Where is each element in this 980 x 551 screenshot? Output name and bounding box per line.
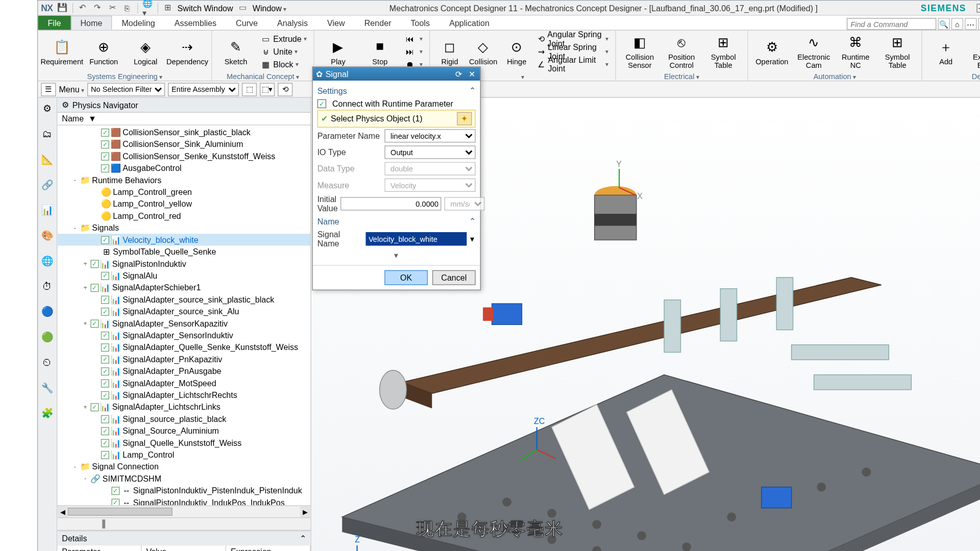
help-icon[interactable]: ⌂ — [951, 18, 963, 30]
tree-node[interactable]: ✓📊SignalAdapter_MotSpeed — [58, 377, 311, 389]
tab-curve[interactable]: Curve — [226, 16, 267, 30]
tree-node[interactable]: 🟡Lamp_Controll_green — [58, 186, 311, 197]
rb-history-icon[interactable]: ⏱ — [40, 279, 55, 293]
rb-last-icon[interactable]: 🧩 — [40, 405, 55, 420]
nav-hscroll[interactable]: ◀ ▶ — [58, 505, 311, 517]
tree-node[interactable]: ✓📊SignalAdapter_PnKapazitiv — [58, 353, 311, 365]
window-icon[interactable]: ▭ — [237, 3, 248, 13]
rb-assembly-icon[interactable]: 🗂 — [40, 126, 55, 141]
selection-scope[interactable]: Entire Assembly — [168, 83, 239, 96]
detcol-param[interactable]: Parameter — [58, 545, 142, 551]
rb-constraint-icon[interactable]: 🔗 — [40, 177, 55, 192]
tree-node[interactable]: ✓🟦AusgabeControl — [58, 162, 311, 173]
sec-name[interactable]: Name — [317, 217, 339, 226]
tab-modeling[interactable]: Modeling — [112, 16, 164, 30]
tab-home[interactable]: Home — [70, 16, 112, 30]
scroll-left-icon[interactable]: ◀ — [58, 506, 68, 517]
sort-icon[interactable]: ▼ — [88, 114, 96, 123]
details-title[interactable]: Details — [62, 534, 87, 543]
dlg-expand-icon[interactable]: ▾ — [317, 249, 476, 262]
ribbon-angular-limit-joint[interactable]: ∠Angular Limit Joint — [535, 58, 610, 70]
ribbon-extrude[interactable]: ▭Extrude — [258, 33, 309, 44]
tree-node[interactable]: ✓📊Signal_Source_Aluminium — [58, 424, 311, 436]
ribbon-sketch[interactable]: ✎Sketch — [216, 32, 255, 71]
menu-button[interactable]: ☰ — [41, 83, 56, 96]
ribbon-dependency[interactable]: ⇢Dependency — [168, 32, 207, 71]
ribbon-stop[interactable]: ■Stop — [360, 32, 399, 71]
ribbon-collision-sensor[interactable]: ◧Collision Sensor — [620, 32, 659, 71]
save-icon[interactable]: 💾 — [57, 3, 67, 13]
tree-node[interactable]: ✓📊SignalAdapter_SensorInduktiv — [58, 329, 311, 341]
tree-node[interactable]: +✓📊SignalAdapter_SensorKapazitiv — [58, 317, 311, 329]
nav-gear-icon[interactable]: ⚙ — [62, 100, 69, 110]
ribbon-symbol-table[interactable]: ⊞Symbol Table — [704, 32, 743, 71]
rb-hd3d-icon[interactable]: 🎨 — [40, 228, 55, 242]
ribbon-rigid[interactable]: ◻Rigid — [434, 32, 465, 71]
tab-analysis[interactable]: Analysis — [267, 16, 317, 30]
connect-checkbox[interactable]: ✓ — [317, 99, 327, 109]
tab-application[interactable]: Application — [439, 16, 499, 30]
ribbon-runtime-nc[interactable]: ⌘Runtime NC — [836, 32, 875, 71]
initial-value-input[interactable] — [340, 197, 442, 210]
signal-name-input[interactable] — [365, 232, 467, 245]
ribbon-electronic-cam[interactable]: ∿Electronic Cam — [794, 32, 833, 71]
tree-node[interactable]: -📁Signals — [58, 222, 311, 234]
tree-node[interactable]: 🟡Lamp_Control_yellow — [58, 198, 311, 210]
tree-node[interactable]: -🔗SIMITMCDSHM — [58, 472, 311, 484]
sec-settings[interactable]: Settings — [317, 86, 347, 95]
cancel-button[interactable]: Cancel — [432, 270, 476, 285]
ribbon-add[interactable]: ＋Add — [926, 32, 965, 71]
tree-node[interactable]: +✓📊SignalAdapterSchieber1 — [58, 282, 311, 293]
tree-node[interactable]: ✓↔SignalPistonInduktiv_IndukPos_IndukPos — [58, 496, 311, 506]
tree-node[interactable]: -📁Signal Connection — [58, 461, 311, 472]
tree-node[interactable]: -📁Runtime Behaviors — [58, 174, 311, 186]
ribbon-group-label[interactable]: Mechanical Concept — [212, 72, 313, 82]
detcol-value[interactable]: Value — [142, 545, 226, 551]
switch-window-label[interactable]: Switch Window — [178, 4, 233, 13]
tree-node[interactable]: ⊞SymbolTable_Quelle_Senke — [58, 245, 311, 257]
detcol-expr[interactable]: Expression — [226, 545, 310, 551]
ok-button[interactable]: OK — [384, 270, 428, 285]
ribbon-small[interactable]: ⏮ — [402, 33, 425, 44]
nav-tree[interactable]: ✓🟫CollisionSensor_sink_plastic_black✓🟫Co… — [58, 126, 311, 506]
tree-node[interactable]: ✓🟫CollisionSensor_Sink_Aluminium — [58, 138, 311, 150]
scroll-right-icon[interactable]: ▶ — [300, 506, 310, 517]
ribbon-export-to-ecad[interactable]: ⇪Export to ECAD — [968, 32, 980, 71]
param-name-select[interactable]: linear velocity.x — [384, 129, 475, 142]
ribbon-position-control[interactable]: ⎋Position Control — [662, 32, 701, 71]
rb-browser-icon[interactable]: 🌐 — [40, 253, 55, 268]
nav-col-name[interactable]: Name — [62, 114, 84, 123]
ribbon-group-label[interactable]: Systems Engineering — [38, 72, 211, 82]
ribbon-unite[interactable]: ⊎Unite — [258, 45, 309, 57]
find-command-input[interactable] — [847, 18, 937, 30]
cut-icon[interactable]: ✂ — [107, 3, 117, 13]
pick-icon[interactable]: ✦ — [457, 112, 472, 125]
tree-node[interactable]: ✓↔SignalPistonInduktiv_PistenInduk_Piste… — [58, 484, 311, 496]
rb-proc-icon[interactable]: 🟢 — [40, 329, 55, 344]
search-icon[interactable]: 🔍 — [938, 18, 949, 30]
ribbon-play[interactable]: ▶Play — [318, 32, 357, 71]
tab-assemblies[interactable]: Assemblies — [165, 16, 226, 30]
tab-view[interactable]: View — [317, 16, 355, 30]
render-icon[interactable]: 🌐▾ — [142, 3, 153, 13]
opts-icon[interactable]: ⋯ — [965, 18, 976, 30]
signal-name-dd-icon[interactable]: ▾ — [469, 234, 475, 244]
rb-sys-icon[interactable]: 🔵 — [40, 304, 55, 318]
tree-node[interactable]: ✓🟫CollisionSensor_Senke_Kunststoff_Weiss — [58, 150, 311, 162]
dlg-close-icon[interactable]: ✕ — [467, 69, 477, 79]
ribbon-requirement[interactable]: 📋Requirement — [42, 32, 81, 71]
tree-node[interactable]: ✓📊SignalAdapter_source_sink_Alu — [58, 305, 311, 317]
tree-node[interactable]: ✓📊SignalAdapter_PnAusgabe — [58, 365, 311, 377]
tab-render[interactable]: Render — [355, 16, 401, 30]
selection-filter[interactable]: No Selection Filter — [87, 83, 165, 96]
undo-icon[interactable]: ↶ — [78, 3, 88, 13]
io-type-select[interactable]: Output — [384, 145, 475, 159]
rb-role-icon[interactable]: ⏲ — [40, 355, 55, 369]
tab-tools[interactable]: Tools — [401, 16, 440, 30]
tree-node[interactable]: ✓📊SignalAdapter_Quelle_Senke_Kunststoff_… — [58, 341, 311, 353]
details-collapse-icon[interactable]: ⌃ — [300, 534, 306, 543]
tab-file[interactable]: File — [38, 16, 70, 30]
tree-node[interactable]: ✓📊Lamp_Control — [58, 448, 311, 460]
tree-node[interactable]: +✓📊SignalPistonInduktiv — [58, 258, 311, 269]
tree-node[interactable]: ✓📊Signal_Quelle_Kunststoff_Weiss — [58, 437, 311, 448]
